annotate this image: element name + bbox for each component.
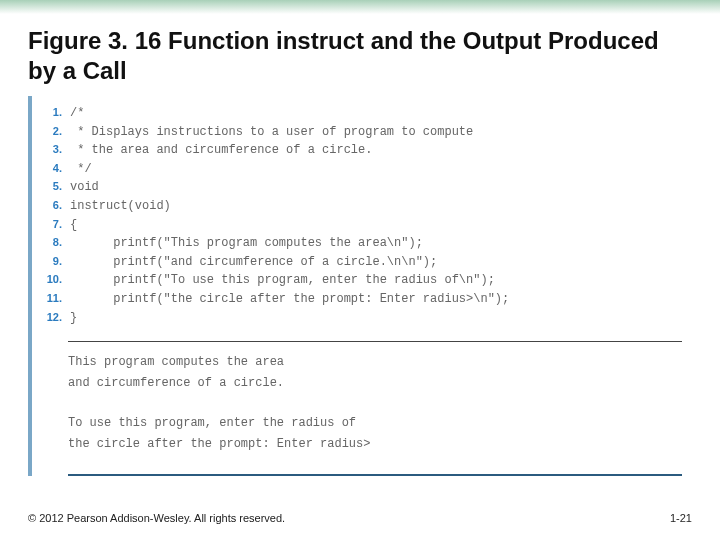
output-line: the circle after the prompt: Enter radiu… [68,434,682,454]
divider [68,341,682,342]
top-gradient-bar [0,0,720,14]
line-number: 9. [36,253,70,272]
page-number: 1-21 [670,512,692,524]
line-number: 7. [36,216,70,235]
output-line: To use this program, enter the radius of [68,413,682,433]
code-row: 6.instruct(void) [36,197,682,216]
code-row: 1./* [36,104,682,123]
code-row: 10. printf("To use this program, enter t… [36,271,682,290]
code-text: /* [70,104,84,123]
code-row: 2. * Displays instructions to a user of … [36,123,682,142]
line-number: 8. [36,234,70,253]
code-row: 11. printf("the circle after the prompt:… [36,290,682,309]
code-text: instruct(void) [70,197,171,216]
output-line: This program computes the area [68,352,682,372]
code-row: 5.void [36,178,682,197]
footer: © 2012 Pearson Addison-Wesley. All right… [28,512,692,524]
line-number: 10. [36,271,70,290]
slide-title: Figure 3. 16 Function instruct and the O… [28,26,692,86]
line-number: 1. [36,104,70,123]
code-listing: 1./* 2. * Displays instructions to a use… [32,96,692,335]
code-row: 7.{ [36,216,682,235]
figure-box: 1./* 2. * Displays instructions to a use… [28,96,692,476]
code-text: * Displays instructions to a user of pro… [70,123,473,142]
line-number: 11. [36,290,70,309]
code-row: 12.} [36,309,682,328]
bottom-rule [68,474,682,476]
code-row: 3. * the area and circumference of a cir… [36,141,682,160]
line-number: 3. [36,141,70,160]
code-text: printf("and circumference of a circle.\n… [70,253,437,272]
code-text: printf("This program computes the area\n… [70,234,423,253]
code-row: 4. */ [36,160,682,179]
code-text: * the area and circumference of a circle… [70,141,372,160]
line-number: 12. [36,309,70,328]
code-row: 8. printf("This program computes the are… [36,234,682,253]
code-text: void [70,178,99,197]
copyright-text: © 2012 Pearson Addison-Wesley. All right… [28,512,285,524]
line-number: 6. [36,197,70,216]
figure-number: Figure 3. 16 [28,27,161,54]
program-output: This program computes the area and circu… [32,352,692,466]
output-line [68,393,682,413]
output-line: and circumference of a circle. [68,373,682,393]
line-number: 2. [36,123,70,142]
code-text: { [70,216,77,235]
code-text: */ [70,160,92,179]
line-number: 5. [36,178,70,197]
code-text: } [70,309,77,328]
code-text: printf("the circle after the prompt: Ent… [70,290,509,309]
code-row: 9. printf("and circumference of a circle… [36,253,682,272]
line-number: 4. [36,160,70,179]
code-text: printf("To use this program, enter the r… [70,271,495,290]
